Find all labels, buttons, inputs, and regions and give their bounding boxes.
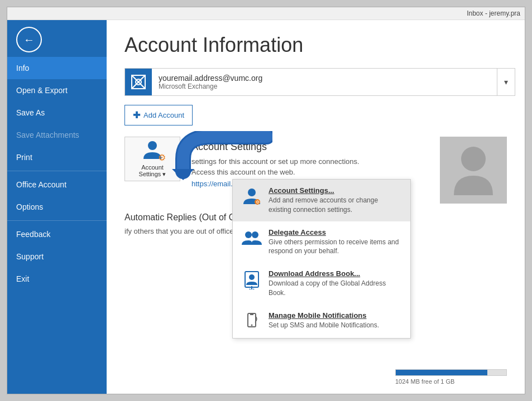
profile-person-icon xyxy=(451,142,496,198)
dropdown-item-icon-address-book xyxy=(242,269,262,289)
svg-point-11 xyxy=(245,231,252,238)
dropdown-item-content-delegate: Delegate Access Give others permission t… xyxy=(269,228,401,257)
sidebar: ← Info Open & Export Save As Save Attach… xyxy=(7,20,107,394)
sidebar-item-support[interactable]: Support xyxy=(7,245,107,268)
app-body: ← Info Open & Export Save As Save Attach… xyxy=(7,20,525,394)
person-gear-icon: ⚙ xyxy=(242,186,262,206)
account-info: youremail.address@vumc.org Microsoft Exc… xyxy=(152,69,497,95)
dropdown-item-content-address-book: Download Address Book... Download a copy… xyxy=(269,269,401,298)
plus-icon: ✚ xyxy=(133,110,140,120)
storage-bar-fill xyxy=(396,370,487,375)
title-text: Inbox - jeremy.pra xyxy=(467,9,520,17)
gear-overlay-icon: ⚙ xyxy=(158,152,166,163)
dropdown-item-content-mobile: Manage Mobile Notifications Set up SMS a… xyxy=(269,311,401,330)
sidebar-item-office-account[interactable]: Office Account xyxy=(7,173,107,196)
sidebar-item-label: Info xyxy=(16,64,29,73)
account-icon xyxy=(125,69,152,95)
svg-point-12 xyxy=(252,231,258,238)
add-account-label: Add Account xyxy=(143,111,184,119)
account-email: youremail.address@vumc.org xyxy=(159,74,490,83)
sidebar-item-label: Feedback xyxy=(16,230,50,239)
dropdown-item-icon-mobile xyxy=(242,311,262,331)
dropdown-item-title: Download Address Book... xyxy=(269,269,401,278)
dropdown-item-account-settings[interactable]: ⚙ Account Settings... Add and remove acc… xyxy=(233,180,410,221)
dropdown-item-title: Manage Mobile Notifications xyxy=(269,311,401,320)
nav-divider-2 xyxy=(7,220,107,221)
dropdown-arrow-icon: ▾ xyxy=(504,78,508,86)
svg-point-8 xyxy=(248,189,256,196)
settings-access-text: Access this account on the web. xyxy=(191,168,418,176)
svg-point-17 xyxy=(251,324,253,326)
sidebar-item-save-attachments: Save Attachments xyxy=(7,124,107,146)
sidebar-item-label: Save As xyxy=(16,108,45,117)
dropdown-item-content-account-settings: Account Settings... Add and remove accou… xyxy=(269,186,401,215)
sidebar-item-feedback[interactable]: Feedback xyxy=(7,223,107,245)
dropdown-item-desc: Set up SMS and Mobile Notifications. xyxy=(269,321,401,330)
storage-text: 1024 MB free of 1 GB xyxy=(395,378,507,385)
account-selector[interactable]: youremail.address@vumc.org Microsoft Exc… xyxy=(124,68,515,96)
sidebar-item-options[interactable]: Options xyxy=(7,196,107,218)
add-account-button[interactable]: ✚ Add Account xyxy=(124,105,193,125)
title-bar: Inbox - jeremy.pra xyxy=(7,7,525,20)
dropdown-item-icon-delegate xyxy=(242,228,262,248)
svg-point-14 xyxy=(249,274,255,280)
dropdown-item-delegate-access[interactable]: Delegate Access Give others permission t… xyxy=(233,221,410,263)
dropdown-item-desc: Give others permission to receive items … xyxy=(269,238,401,257)
sidebar-item-label: Options xyxy=(16,202,43,211)
sidebar-item-label: Support xyxy=(16,252,44,261)
dropdown-item-desc: Add and remove accounts or change existi… xyxy=(269,196,401,215)
app-window: Inbox - jeremy.pra ← Info Open & Export … xyxy=(7,7,525,394)
storage-bar-container xyxy=(395,369,507,376)
dropdown-item-desc: Download a copy of the Global Address Bo… xyxy=(269,279,401,298)
dropdown-item-manage-mobile[interactable]: Manage Mobile Notifications Set up SMS a… xyxy=(233,305,410,338)
dropdown-item-icon-account-settings: ⚙ xyxy=(242,186,262,206)
account-settings-label: Account Settings ▾ xyxy=(139,164,166,178)
svg-text:⚙: ⚙ xyxy=(256,200,260,205)
account-settings-button[interactable]: ⚙ Account Settings ▾ xyxy=(124,137,180,181)
account-settings-dropdown: ⚙ Account Settings... Add and remove acc… xyxy=(232,179,411,339)
svg-point-4 xyxy=(148,141,157,150)
sidebar-item-info[interactable]: Info xyxy=(7,57,107,79)
sidebar-item-print[interactable]: Print xyxy=(7,146,107,168)
sidebar-item-open-export[interactable]: Open & Export xyxy=(7,79,107,102)
storage-section: 1024 MB free of 1 GB xyxy=(395,369,507,385)
page-title: Account Information xyxy=(124,33,507,57)
address-book-download-icon xyxy=(242,269,262,289)
back-icon: ← xyxy=(23,33,35,46)
back-button[interactable]: ← xyxy=(16,27,42,52)
account-settings-sub: Settings ▾ xyxy=(139,171,166,177)
account-type: Microsoft Exchange xyxy=(159,83,490,90)
settings-description: settings for this account or set up more… xyxy=(191,157,418,166)
dropdown-item-title: Delegate Access xyxy=(269,228,401,236)
nav-divider-1 xyxy=(7,171,107,171)
sidebar-item-label: Print xyxy=(16,153,32,162)
sidebar-item-label: Save Attachments xyxy=(16,131,79,139)
account-settings-icon-wrapper: ⚙ xyxy=(141,140,164,162)
account-dropdown-button[interactable]: ▾ xyxy=(497,69,515,95)
dropdown-item-title: Account Settings... xyxy=(269,186,401,195)
dropdown-item-download-address-book[interactable]: Download Address Book... Download a copy… xyxy=(233,263,410,305)
sidebar-item-label: Office Account xyxy=(16,180,66,189)
main-content: Account Information youremail.address xyxy=(107,20,525,394)
exchange-icon xyxy=(130,73,147,91)
sidebar-item-save-as[interactable]: Save As xyxy=(7,102,107,124)
svg-point-7 xyxy=(461,147,486,171)
sidebar-item-label: Exit xyxy=(16,274,29,283)
settings-title: Account Settings xyxy=(191,141,418,153)
sidebar-item-exit[interactable]: Exit xyxy=(7,268,107,290)
sidebar-item-label: Open & Export xyxy=(16,86,68,95)
mobile-notification-icon xyxy=(242,311,262,331)
account-settings-text: Account xyxy=(141,164,164,171)
delegate-icon xyxy=(242,228,262,248)
profile-picture xyxy=(440,137,507,204)
